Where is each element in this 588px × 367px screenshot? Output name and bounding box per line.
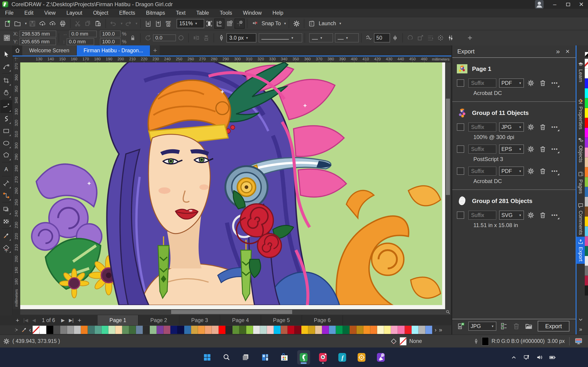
output-folder-icon[interactable] bbox=[524, 321, 534, 331]
export-icon[interactable] bbox=[153, 19, 163, 29]
page-tab-2[interactable]: Page 2 bbox=[138, 315, 179, 325]
color-swatch[interactable] bbox=[585, 197, 588, 207]
page-tab-6[interactable]: Page 6 bbox=[302, 315, 343, 325]
color-swatch[interactable] bbox=[281, 326, 288, 334]
horizontal-scrollbar-thumb[interactable] bbox=[171, 310, 292, 314]
first-page-button[interactable]: |◀ bbox=[22, 317, 30, 323]
color-swatch[interactable] bbox=[219, 326, 225, 334]
new-document-icon[interactable] bbox=[2, 19, 12, 29]
color-swatch[interactable] bbox=[150, 326, 157, 334]
connector-tool[interactable] bbox=[1, 189, 12, 201]
color-swatch[interactable] bbox=[205, 326, 212, 334]
show-guidelines-icon[interactable] bbox=[234, 19, 245, 29]
print-icon[interactable] bbox=[58, 19, 68, 29]
color-swatch[interactable] bbox=[191, 326, 198, 334]
add-page-button-2[interactable]: + bbox=[75, 317, 84, 324]
color-swatch[interactable] bbox=[102, 326, 108, 334]
color-swatch[interactable] bbox=[585, 177, 588, 187]
color-swatch[interactable] bbox=[585, 98, 588, 108]
suffix-input[interactable] bbox=[468, 78, 496, 88]
object-width-field[interactable]: 0.0 mm bbox=[69, 31, 97, 37]
color-swatch[interactable] bbox=[585, 266, 588, 276]
publish-pdf-icon[interactable]: PDF bbox=[163, 19, 173, 29]
color-swatch[interactable] bbox=[418, 326, 425, 334]
color-swatch[interactable] bbox=[294, 326, 301, 334]
vertical-scrollbar[interactable] bbox=[445, 62, 451, 309]
color-swatch[interactable] bbox=[585, 128, 588, 138]
color-swatch[interactable] bbox=[60, 326, 67, 334]
color-swatch[interactable] bbox=[356, 326, 363, 334]
status-settings-icon[interactable] bbox=[3, 338, 10, 344]
sliders-icon[interactable] bbox=[446, 33, 456, 43]
color-swatch[interactable] bbox=[95, 326, 102, 334]
menu-text[interactable]: Text bbox=[176, 10, 186, 16]
next-page-button[interactable]: ▶ bbox=[59, 317, 67, 323]
color-swatch[interactable] bbox=[585, 246, 588, 256]
color-swatch[interactable] bbox=[53, 326, 60, 334]
color-swatch[interactable] bbox=[40, 326, 46, 334]
page-tab-5[interactable]: Page 5 bbox=[261, 315, 302, 325]
ruler-origin-icon[interactable] bbox=[13, 56, 20, 62]
color-swatch[interactable] bbox=[260, 326, 267, 334]
rectangle-tool[interactable] bbox=[1, 125, 12, 137]
outline-color-swatch[interactable] bbox=[482, 337, 489, 345]
fit-page-icon[interactable] bbox=[204, 19, 214, 29]
color-swatch[interactable] bbox=[585, 59, 588, 69]
tray-network-icon[interactable] bbox=[523, 354, 530, 361]
taskbar-widgets-icon[interactable] bbox=[259, 350, 271, 365]
color-swatch[interactable] bbox=[267, 326, 274, 334]
previous-page-button[interactable]: ◀ bbox=[30, 317, 38, 323]
outline-width-dropdown[interactable]: 3.0 px▼ bbox=[226, 33, 256, 42]
color-swatch[interactable] bbox=[585, 276, 588, 286]
import-icon[interactable] bbox=[143, 19, 153, 29]
page-tab-1[interactable]: Page 1 bbox=[98, 315, 138, 325]
format-dropdown[interactable]: JPG▼ bbox=[499, 123, 524, 132]
color-swatch[interactable] bbox=[122, 326, 129, 334]
color-swatch[interactable] bbox=[177, 326, 184, 334]
color-swatch[interactable] bbox=[184, 326, 191, 334]
menu-view[interactable]: View bbox=[44, 10, 56, 16]
color-swatch[interactable] bbox=[157, 326, 164, 334]
text-tool[interactable]: A bbox=[1, 163, 12, 175]
taskbar-photo-paint-icon[interactable] bbox=[317, 350, 329, 365]
color-proof-icon[interactable] bbox=[575, 335, 582, 348]
drawing-canvas[interactable] bbox=[20, 62, 442, 305]
palette-options-icon[interactable] bbox=[14, 327, 19, 332]
home-tab-icon[interactable] bbox=[13, 45, 22, 56]
color-swatch[interactable] bbox=[81, 326, 88, 334]
copy-icon[interactable] bbox=[83, 19, 93, 29]
tray-volume-icon[interactable] bbox=[536, 354, 543, 361]
more-options-icon[interactable]: ••• bbox=[550, 144, 560, 154]
color-swatch[interactable] bbox=[585, 157, 588, 167]
color-swatch[interactable] bbox=[412, 326, 418, 334]
color-swatch[interactable] bbox=[350, 326, 356, 334]
color-swatch[interactable] bbox=[274, 326, 281, 334]
color-swatch[interactable] bbox=[585, 118, 588, 128]
add-export-item-icon[interactable] bbox=[456, 321, 466, 331]
color-swatch[interactable] bbox=[425, 326, 432, 334]
taskbar-start-icon[interactable] bbox=[201, 350, 214, 365]
color-swatch[interactable] bbox=[585, 69, 588, 78]
add-property-icon[interactable] bbox=[465, 33, 475, 43]
scale-stroke-icon[interactable] bbox=[415, 33, 425, 43]
color-swatch[interactable] bbox=[115, 326, 122, 334]
footer-format-dropdown[interactable]: JPG ▼ bbox=[468, 322, 496, 331]
lock-ratio-icon[interactable] bbox=[128, 33, 138, 43]
color-swatch[interactable] bbox=[108, 326, 115, 334]
color-swatch[interactable] bbox=[129, 326, 136, 334]
format-dropdown[interactable]: EPS▼ bbox=[499, 144, 524, 154]
close-curve-icon[interactable] bbox=[405, 33, 415, 43]
line-style-dropdown[interactable]: ▼ bbox=[259, 33, 302, 42]
horizontal-ruler[interactable]: millimeters 1301401501601701801902002102… bbox=[20, 56, 451, 62]
color-swatch[interactable] bbox=[363, 326, 370, 334]
freehand-tool[interactable] bbox=[1, 100, 12, 113]
transparency-tool[interactable] bbox=[1, 215, 12, 227]
more-options-icon[interactable]: ••• bbox=[550, 167, 560, 176]
snap-off-icon[interactable] bbox=[250, 19, 260, 29]
last-page-button[interactable]: ▶| bbox=[67, 317, 75, 323]
more-options-icon[interactable]: ••• bbox=[550, 123, 560, 132]
color-swatch[interactable] bbox=[585, 226, 588, 236]
suffix-input[interactable] bbox=[468, 144, 496, 154]
color-swatch[interactable] bbox=[136, 326, 143, 334]
page-tab-4[interactable]: Page 4 bbox=[220, 315, 261, 325]
